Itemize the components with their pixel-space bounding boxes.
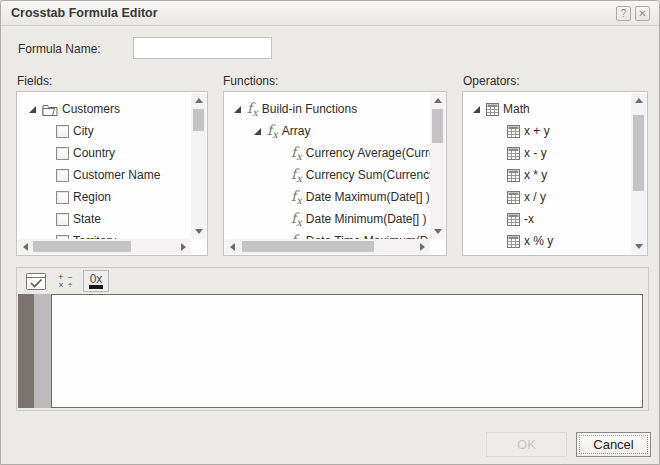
expand-collapse-icon[interactable] bbox=[234, 106, 241, 113]
scroll-left-icon[interactable] bbox=[230, 243, 235, 251]
tree-item-date-minimum-date[interactable]: Date Minimum(Date[] ) bbox=[225, 208, 430, 230]
tree-item-x-y[interactable]: x % y bbox=[464, 230, 631, 252]
fields-horizontal-scrollbar[interactable] bbox=[18, 239, 191, 254]
tree-item-x-y[interactable]: x + y bbox=[464, 120, 631, 142]
formula-editor-group: + − × ÷ 0x bbox=[16, 267, 649, 411]
functions-vertical-scrollbar[interactable] bbox=[430, 93, 445, 239]
scroll-left-icon[interactable] bbox=[23, 243, 28, 251]
tree-item-region[interactable]: Region bbox=[18, 186, 191, 208]
scroll-right-icon[interactable] bbox=[420, 243, 425, 251]
scroll-down-icon[interactable] bbox=[195, 229, 203, 234]
tree-item-x-y[interactable]: x * y bbox=[464, 164, 631, 186]
scrollbar-thumb[interactable] bbox=[432, 109, 443, 143]
scroll-down-icon[interactable] bbox=[434, 229, 442, 234]
checkbox[interactable] bbox=[56, 125, 69, 138]
checkbox[interactable] bbox=[56, 213, 69, 226]
checkbox[interactable] bbox=[56, 147, 69, 160]
scroll-up-icon[interactable] bbox=[635, 98, 643, 103]
function-icon bbox=[267, 123, 278, 140]
formula-name-input[interactable] bbox=[133, 37, 272, 59]
tree-item-label: State bbox=[73, 212, 101, 226]
function-icon bbox=[291, 145, 302, 162]
scrollbar-thumb[interactable] bbox=[33, 241, 131, 252]
hex-constant-icon[interactable]: 0x bbox=[83, 270, 109, 292]
dialog-title: Crosstab Formula Editor bbox=[11, 6, 158, 20]
calc-icon bbox=[486, 103, 499, 116]
close-icon[interactable]: ✕ bbox=[635, 6, 650, 21]
scroll-up-icon[interactable] bbox=[434, 98, 442, 103]
scroll-up-icon[interactable] bbox=[195, 98, 203, 103]
validate-formula-icon[interactable] bbox=[23, 270, 49, 292]
tree-item-label: Date Minimum(Date[] ) bbox=[306, 212, 427, 226]
tree-item-label: x - y bbox=[524, 146, 547, 160]
tree-item-city[interactable]: City bbox=[18, 120, 191, 142]
expand-collapse-icon[interactable] bbox=[254, 128, 261, 135]
tree-item-date-time-maximum-dat[interactable]: Date Time Maximum(Dat bbox=[225, 230, 430, 239]
math-operators-icon[interactable]: + − × ÷ bbox=[53, 270, 79, 292]
help-icon[interactable]: ? bbox=[616, 6, 631, 21]
tree-item-label: Build-in Functions bbox=[262, 102, 357, 116]
tree-item-customers[interactable]: Customers bbox=[18, 98, 191, 120]
functions-tree: Build-in FunctionsArrayCurrency Average(… bbox=[225, 93, 430, 239]
tree-item-state[interactable]: State bbox=[18, 208, 191, 230]
tree-item-currency-sum-currency[interactable]: Currency Sum(Currency[ bbox=[225, 164, 430, 186]
checkbox[interactable] bbox=[56, 191, 69, 204]
fields-label: Fields: bbox=[17, 74, 52, 88]
tree-item-label: Date Maximum(Date[] ) bbox=[306, 190, 430, 204]
tree-item-x-y[interactable]: x - y bbox=[464, 142, 631, 164]
tree-item-label: Array bbox=[282, 124, 311, 138]
calc-icon bbox=[507, 191, 520, 204]
calc-icon bbox=[507, 147, 520, 160]
expand-collapse-icon[interactable] bbox=[473, 106, 480, 113]
tree-item-build-in-functions[interactable]: Build-in Functions bbox=[225, 98, 430, 120]
operators-panel: Mathx + yx - yx * yx / y-xx % y bbox=[462, 91, 648, 256]
formula-name-label: Formula Name: bbox=[18, 42, 101, 56]
tree-item-label: Math bbox=[503, 102, 530, 116]
functions-label: Functions: bbox=[223, 74, 278, 88]
functions-panel: Build-in FunctionsArrayCurrency Average(… bbox=[223, 91, 447, 256]
tree-item-x[interactable]: -x bbox=[464, 208, 631, 230]
tree-item-label: -x bbox=[524, 212, 534, 226]
folder-icon bbox=[42, 103, 58, 116]
ok-button[interactable]: OK bbox=[486, 432, 567, 457]
scroll-down-icon[interactable] bbox=[635, 244, 643, 249]
tree-item-date-maximum-date[interactable]: Date Maximum(Date[] ) bbox=[225, 186, 430, 208]
fields-vertical-scrollbar[interactable] bbox=[191, 93, 206, 239]
tree-item-math[interactable]: Math bbox=[464, 98, 631, 120]
scrollbar-thumb[interactable] bbox=[242, 241, 374, 252]
editor-gutter-light bbox=[34, 294, 51, 408]
cancel-button[interactable]: Cancel bbox=[576, 432, 651, 457]
math-operators-row2: × ÷ bbox=[58, 280, 73, 290]
calc-icon bbox=[507, 169, 520, 182]
tree-item-x-y[interactable]: x / y bbox=[464, 186, 631, 208]
tree-item-array[interactable]: Array bbox=[225, 120, 430, 142]
scrollbar-thumb[interactable] bbox=[193, 109, 204, 131]
formula-editor-input[interactable] bbox=[51, 294, 643, 408]
scrollbar-thumb[interactable] bbox=[633, 115, 644, 191]
functions-horizontal-scrollbar[interactable] bbox=[225, 239, 430, 254]
tree-item-label: Customer Name bbox=[73, 168, 160, 182]
function-icon bbox=[291, 189, 302, 206]
function-icon bbox=[247, 101, 258, 118]
fields-panel: CustomersCityCountryCustomer NameRegionS… bbox=[16, 91, 208, 256]
operators-tree: Mathx + yx - yx * yx / y-xx % y bbox=[464, 93, 631, 254]
tree-item-customer-name[interactable]: Customer Name bbox=[18, 164, 191, 186]
tree-item-territory[interactable]: Territory bbox=[18, 230, 191, 239]
calc-icon bbox=[507, 213, 520, 226]
title-bar: Crosstab Formula Editor ? ✕ bbox=[1, 1, 659, 26]
expand-collapse-icon[interactable] bbox=[29, 106, 36, 113]
crosstab-formula-editor-dialog: Crosstab Formula Editor ? ✕ Formula Name… bbox=[0, 0, 660, 465]
tree-item-label: x / y bbox=[524, 190, 546, 204]
tree-item-label: Customers bbox=[62, 102, 120, 116]
tree-item-label: Country bbox=[73, 146, 115, 160]
function-icon bbox=[291, 211, 302, 228]
tree-item-country[interactable]: Country bbox=[18, 142, 191, 164]
tree-item-label: City bbox=[73, 124, 94, 138]
scroll-right-icon[interactable] bbox=[181, 243, 186, 251]
editor-gutter-dark bbox=[18, 294, 34, 408]
checkbox[interactable] bbox=[56, 169, 69, 182]
operators-vertical-scrollbar[interactable] bbox=[631, 93, 646, 254]
function-icon bbox=[291, 167, 302, 184]
tree-item-currency-average-curren[interactable]: Currency Average(Curren bbox=[225, 142, 430, 164]
tree-item-label: x + y bbox=[524, 124, 550, 138]
